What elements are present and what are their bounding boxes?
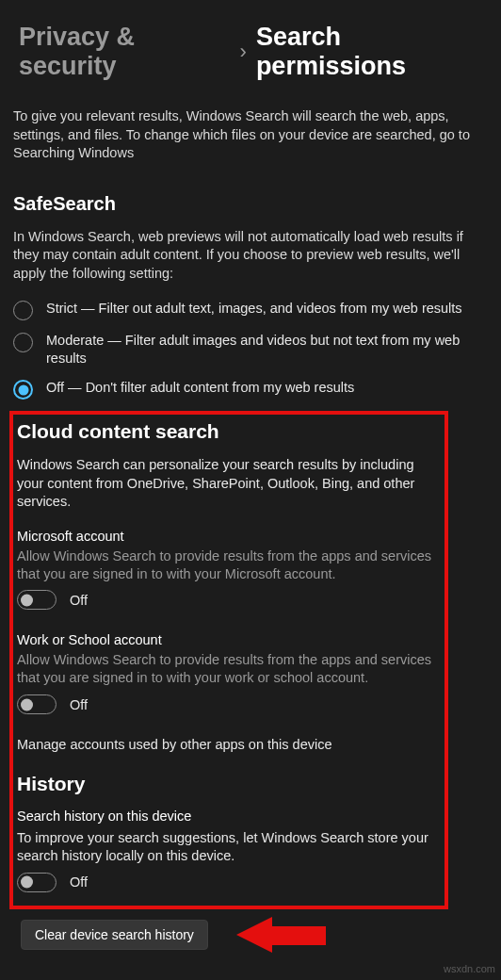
microsoft-account-block: Microsoft account Allow Windows Search t… xyxy=(17,529,441,611)
safesearch-radio-group: Strict — Filter out adult text, images, … xyxy=(13,300,488,400)
radio-label: Strict — Filter out adult text, images, … xyxy=(46,300,488,318)
intro-text: To give you relevant results, Windows Se… xyxy=(13,107,488,163)
microsoft-account-toggle-row: Off xyxy=(17,590,441,610)
work-school-toggle-row: Off xyxy=(17,694,441,714)
highlight-box: Cloud content search Windows Search can … xyxy=(9,411,448,909)
clear-history-button[interactable]: Clear device search history xyxy=(21,920,208,950)
safesearch-strict[interactable]: Strict — Filter out adult text, images, … xyxy=(13,300,488,320)
intro-body: To give you relevant results, Windows Se… xyxy=(13,108,470,142)
radio-label: Off — Don't filter adult content from my… xyxy=(46,379,488,397)
setting-title: Search history on this device xyxy=(17,808,441,824)
toggle-state: Off xyxy=(70,697,88,712)
manage-accounts-link[interactable]: Manage accounts used by other apps on th… xyxy=(17,737,441,752)
cloud-heading: Cloud content search xyxy=(17,420,441,443)
search-history-toggle-row: Off xyxy=(17,873,441,892)
safesearch-moderate[interactable]: Moderate — Filter adult images and video… xyxy=(13,332,488,368)
setting-desc: Allow Windows Search to provide results … xyxy=(17,651,441,687)
setting-desc: Allow Windows Search to provide results … xyxy=(17,547,441,583)
clear-history-row: Clear device search history xyxy=(13,919,488,951)
history-heading: History xyxy=(17,773,441,795)
search-history-toggle[interactable] xyxy=(17,873,57,892)
breadcrumb-current: Search permissions xyxy=(256,23,488,81)
radio-icon xyxy=(13,333,33,352)
radio-icon xyxy=(13,301,33,320)
chevron-right-icon: › xyxy=(240,40,247,64)
safesearch-heading: SafeSearch xyxy=(13,193,488,215)
annotation-arrow-icon xyxy=(236,919,326,951)
work-school-block: Work or School account Allow Windows Sea… xyxy=(17,632,441,714)
breadcrumb-parent[interactable]: Privacy & security xyxy=(19,23,231,81)
toggle-state: Off xyxy=(70,593,88,608)
search-history-block: Search history on this device To improve… xyxy=(17,808,441,892)
cloud-desc: Windows Search can personalize your sear… xyxy=(17,456,441,512)
radio-label: Moderate — Filter adult images and video… xyxy=(46,332,488,368)
breadcrumb: Privacy & security › Search permissions xyxy=(19,23,488,81)
safesearch-off[interactable]: Off — Don't filter adult content from my… xyxy=(13,379,488,400)
searching-windows-link[interactable]: Searching Windows xyxy=(13,145,134,160)
setting-desc: To improve your search suggestions, let … xyxy=(17,829,441,865)
setting-title: Microsoft account xyxy=(17,529,441,544)
radio-icon xyxy=(13,380,33,400)
microsoft-account-toggle[interactable] xyxy=(17,590,57,610)
safesearch-desc: In Windows Search, web previews will not… xyxy=(13,228,488,284)
toggle-state: Off xyxy=(70,874,88,890)
watermark: wsxdn.com xyxy=(444,963,495,974)
work-school-toggle[interactable] xyxy=(17,694,57,714)
setting-title: Work or School account xyxy=(17,632,441,647)
